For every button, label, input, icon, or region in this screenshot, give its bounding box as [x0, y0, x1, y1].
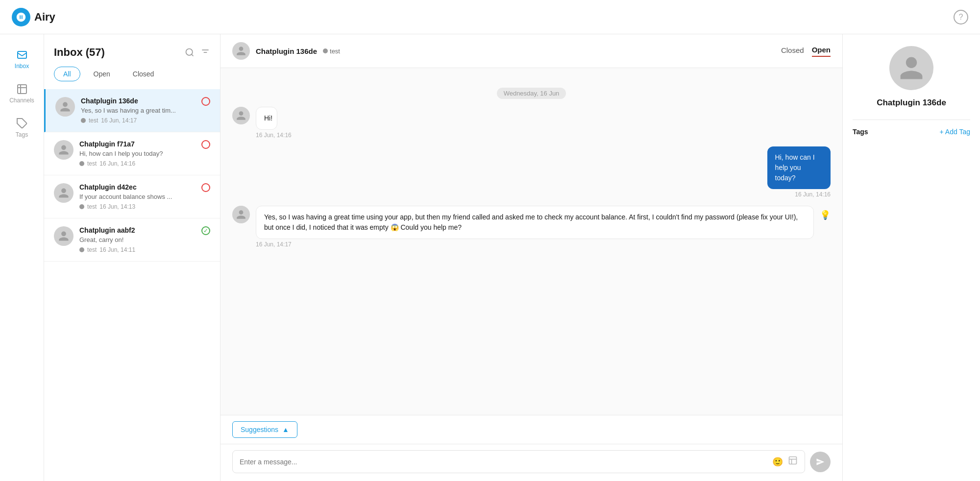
message-row: Hi, how can I help you today? 16 Jun, 14… — [232, 146, 831, 198]
message-bubble: Hi, how can I help you today? — [767, 146, 831, 189]
message-bubble: Hi! — [256, 107, 277, 130]
message-time: 16 Jun, 14:16 — [256, 132, 292, 139]
add-tag-button[interactable]: + Add Tag — [940, 128, 970, 136]
message-row: Hi! 16 Jun, 14:16 — [232, 107, 831, 139]
sidebar-item-tags-label: Tags — [16, 131, 28, 138]
list-item[interactable]: Chatplugin aabf2 Great, carry on! test 1… — [44, 218, 220, 262]
logo: Airy — [12, 8, 55, 26]
tab-closed[interactable]: Closed — [781, 46, 804, 56]
conv-time: 16 Jun, 14:13 — [99, 203, 135, 210]
message-content: Yes, so I was having a great time using … — [256, 206, 814, 248]
logo-icon — [12, 8, 30, 26]
message-input[interactable] — [240, 458, 767, 466]
filter-icon[interactable] — [200, 48, 210, 57]
conv-meta: test 16 Jun, 14:16 — [79, 160, 210, 167]
conv-channel: test — [87, 203, 97, 210]
conv-name: Chatplugin 136de — [81, 97, 210, 105]
conv-name: Chatplugin aabf2 — [79, 226, 210, 234]
chat-header-left: Chatplugin 136de test — [232, 42, 340, 60]
message-input-area: 🙂 — [220, 444, 842, 481]
sidebar-item-inbox-label: Inbox — [15, 63, 29, 70]
emoji-icon[interactable]: 🙂 — [772, 457, 783, 467]
right-panel: Chatplugin 136de Tags + Add Tag — [843, 34, 980, 481]
status-badge: ✓ — [201, 226, 210, 235]
inbox-icons — [185, 48, 210, 57]
inbox-panel: Inbox (57) All Open Closed — [44, 34, 220, 481]
list-item[interactable]: Chatplugin f71a7 Hi, how can I help you … — [44, 132, 220, 175]
conv-content: Chatplugin d42ec If your account balance… — [79, 183, 210, 210]
message-row: Yes, so I was having a great time using … — [232, 206, 831, 248]
svg-line-2 — [192, 54, 194, 56]
message-time: 16 Jun, 14:17 — [256, 241, 814, 248]
conv-content: Chatplugin aabf2 Great, carry on! test 1… — [79, 226, 210, 253]
conv-preview: Yes, so I was having a great tim... — [81, 107, 210, 114]
avatar — [232, 107, 250, 124]
status-badge — [201, 97, 210, 106]
help-icon[interactable]: ? — [954, 10, 968, 24]
chat-channel-name: test — [330, 48, 340, 55]
chat-area: Chatplugin 136de test Closed Open Wednes… — [220, 34, 843, 481]
chat-contact-avatar — [232, 42, 250, 60]
contact-name: Chatplugin 136de — [853, 98, 970, 108]
filter-tab-open[interactable]: Open — [84, 67, 120, 81]
chevron-up-icon: ▲ — [282, 426, 289, 433]
sidebar-item-channels[interactable]: Channels — [5, 78, 39, 109]
app-name: Airy — [34, 11, 55, 24]
conversation-list: Chatplugin 136de Yes, so I was having a … — [44, 89, 220, 481]
conv-channel: test — [89, 117, 98, 124]
template-icon[interactable] — [788, 456, 798, 468]
conv-preview: If your account balance shows ... — [79, 193, 210, 200]
tab-open[interactable]: Open — [812, 46, 831, 57]
list-item[interactable]: Chatplugin 136de Yes, so I was having a … — [44, 89, 220, 132]
conv-name: Chatplugin f71a7 — [79, 140, 210, 148]
lightbulb-icon: 💡 — [820, 210, 831, 220]
message-input-wrap: 🙂 — [232, 450, 805, 473]
filter-tab-all[interactable]: All — [54, 67, 80, 81]
sidebar-item-channels-label: Channels — [9, 97, 34, 104]
sidebar-item-inbox[interactable]: Inbox — [5, 44, 39, 74]
chat-header: Chatplugin 136de test Closed Open — [220, 34, 842, 68]
inbox-title: Inbox (57) — [54, 46, 105, 59]
conv-name: Chatplugin d42ec — [79, 183, 210, 191]
inbox-header: Inbox (57) — [44, 34, 220, 67]
conv-meta: test 16 Jun, 14:11 — [79, 246, 210, 253]
conv-content: Chatplugin f71a7 Hi, how can I help you … — [79, 140, 210, 167]
filter-tab-closed[interactable]: Closed — [123, 67, 164, 81]
conv-meta: test 16 Jun, 14:13 — [79, 203, 210, 210]
conv-time: 16 Jun, 14:11 — [99, 246, 135, 253]
message-bubble: Yes, so I was having a great time using … — [256, 206, 814, 239]
tags-label: Tags — [853, 128, 868, 136]
channel-dot — [81, 118, 86, 123]
chat-status-tabs: Closed Open — [781, 46, 831, 57]
conv-meta: test 16 Jun, 14:17 — [81, 117, 210, 124]
send-button[interactable] — [810, 452, 831, 472]
chat-contact-name: Chatplugin 136de — [256, 47, 317, 55]
conv-time: 16 Jun, 14:17 — [101, 117, 137, 124]
conv-content: Chatplugin 136de Yes, so I was having a … — [81, 97, 210, 124]
sidebar-nav: Inbox Channels Tags — [0, 34, 44, 481]
suggestions-label: Suggestions — [241, 426, 278, 433]
filter-tabs: All Open Closed — [44, 67, 220, 89]
avatar — [232, 206, 250, 223]
sidebar-item-tags[interactable]: Tags — [5, 113, 39, 143]
date-divider: Wednesday, 16 Jun — [232, 88, 831, 99]
conv-channel: test — [87, 246, 97, 253]
list-item[interactable]: Chatplugin d42ec If your account balance… — [44, 175, 220, 218]
svg-rect-6 — [789, 457, 797, 464]
topbar: Airy ? — [0, 0, 980, 34]
conv-preview: Hi, how can I help you today? — [79, 150, 210, 157]
contact-avatar-large — [889, 46, 933, 90]
main-layout: Inbox Channels Tags Inbox (57) — [0, 34, 980, 481]
conv-channel: test — [87, 160, 97, 167]
message-time: 16 Jun, 14:16 — [795, 191, 831, 198]
tags-header: Tags + Add Tag — [853, 128, 970, 136]
search-icon[interactable] — [185, 48, 195, 57]
message-content: Hi! 16 Jun, 14:16 — [256, 107, 292, 139]
avatar — [54, 140, 74, 160]
svg-point-1 — [186, 49, 193, 55]
conv-time: 16 Jun, 14:16 — [99, 160, 135, 167]
avatar — [54, 183, 74, 203]
channel-dot — [79, 247, 84, 252]
channel-dot — [79, 204, 84, 209]
suggestions-button[interactable]: Suggestions ▲ — [232, 421, 297, 438]
